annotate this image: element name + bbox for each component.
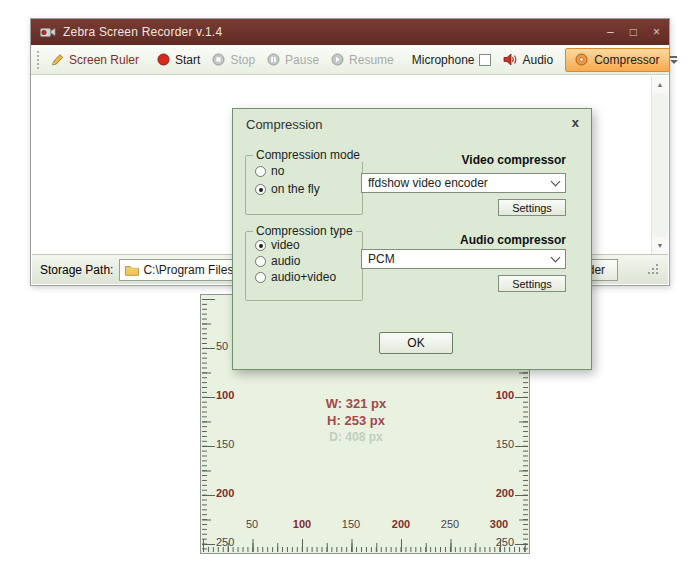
video-settings-button[interactable]: Settings: [498, 199, 566, 216]
audio-button[interactable]: Audio: [497, 48, 559, 72]
screen-ruler-button[interactable]: Screen Ruler: [44, 48, 145, 72]
pause-button[interactable]: Pause: [261, 48, 325, 72]
video-compressor-label: Video compressor: [366, 153, 566, 167]
stop-label: Stop: [230, 53, 255, 67]
radio-icon[interactable]: [255, 184, 266, 195]
audio-settings-button[interactable]: Settings: [498, 275, 566, 292]
chevron-down-icon: [670, 60, 678, 64]
radio-option-audio[interactable]: audio: [255, 255, 362, 268]
compression-mode-group: Compression mode no on the fly: [245, 155, 363, 215]
ruler-diagonal-readout: D: 408 px: [286, 429, 426, 446]
radio-label: on the fly: [271, 183, 320, 196]
ruler-ticks-left: [202, 297, 215, 551]
resume-icon: [331, 53, 344, 66]
pause-icon: [267, 53, 280, 66]
toolbar-overflow-button[interactable]: [670, 48, 678, 72]
compression-type-label: Compression type: [253, 224, 356, 238]
ruler-label: 250: [496, 537, 514, 548]
radio-icon[interactable]: [255, 240, 266, 251]
window-title: Zebra Screen Recorder v.1.4: [63, 25, 607, 39]
ruler-label: 150: [216, 439, 234, 450]
video-compressor-dropdown[interactable]: ffdshow video encoder: [361, 173, 566, 193]
start-button[interactable]: Start: [151, 48, 206, 72]
record-icon: [157, 53, 170, 66]
stop-button[interactable]: Stop: [206, 48, 261, 72]
ruler-label: 100: [293, 519, 311, 530]
pause-label: Pause: [285, 53, 319, 67]
ruler-label: 200: [496, 488, 514, 499]
audio-label: Audio: [522, 53, 553, 67]
dialog-close-button[interactable]: x: [572, 115, 579, 130]
ok-button[interactable]: OK: [379, 332, 453, 354]
compression-mode-label: Compression mode: [253, 148, 363, 162]
resize-grip[interactable]: [647, 263, 660, 276]
resume-button[interactable]: Resume: [325, 48, 400, 72]
ruler-label: 300: [490, 519, 508, 530]
ruler-label: 250: [441, 519, 459, 530]
ruler-label: 200: [216, 488, 234, 499]
ruler-width-readout: W: 321 px: [286, 395, 426, 412]
microphone-checkbox[interactable]: [479, 54, 491, 66]
toolbar: Screen Ruler Start Stop Pause: [31, 45, 669, 75]
disc-icon: [575, 53, 588, 66]
radio-icon[interactable]: [255, 272, 266, 283]
ruler-height-readout: H: 253 px: [286, 412, 426, 429]
storage-path-label: Storage Path:: [40, 263, 113, 277]
radio-option-audio-video[interactable]: audio+video: [255, 271, 362, 284]
ruler-label: 100: [216, 390, 234, 401]
radio-icon[interactable]: [255, 166, 266, 177]
radio-label: audio: [271, 255, 300, 268]
dialog-title: Compression: [246, 117, 323, 132]
resume-label: Resume: [349, 53, 394, 67]
ruler-label: 50: [216, 341, 228, 352]
microphone-label: Microphone: [412, 53, 475, 67]
title-bar[interactable]: Zebra Screen Recorder v.1.4 – □ ×: [31, 19, 669, 45]
radio-label: video: [271, 239, 300, 252]
screen-ruler-label: Screen Ruler: [69, 53, 139, 67]
scroll-down-icon: ▼: [657, 242, 664, 249]
compression-type-group: Compression type video audio audio+video: [245, 231, 363, 301]
compressor-label: Compressor: [594, 53, 659, 67]
ruler-label: 50: [246, 519, 258, 530]
ruler-label: 150: [342, 519, 360, 530]
radio-option-no[interactable]: no: [255, 165, 362, 178]
radio-label: no: [271, 165, 284, 178]
audio-compressor-value: PCM: [368, 252, 395, 266]
compressor-button[interactable]: Compressor: [565, 48, 669, 72]
radio-icon[interactable]: [255, 256, 266, 267]
scroll-up-icon: ▲: [657, 81, 664, 88]
maximize-button[interactable]: □: [630, 25, 637, 39]
folder-icon: [125, 264, 139, 276]
radio-label: audio+video: [271, 271, 336, 284]
chevron-down-icon: [551, 253, 561, 263]
app-icon: [40, 26, 56, 38]
overflow-bar-icon: [670, 56, 677, 58]
scroll-down-button[interactable]: ▼: [652, 237, 668, 254]
ruler-readouts: W: 321 px H: 253 px D: 408 px: [286, 395, 426, 446]
ruler-label: 150: [496, 439, 514, 450]
audio-compressor-label: Audio compressor: [366, 233, 566, 247]
scroll-up-button[interactable]: ▲: [652, 76, 668, 93]
ruler-ticks-bottom: [203, 539, 527, 552]
audio-compressor-dropdown[interactable]: PCM: [361, 249, 566, 269]
video-compressor-value: ffdshow video encoder: [368, 176, 488, 190]
radio-option-video[interactable]: video: [255, 239, 362, 252]
toolbar-grip: [37, 51, 39, 69]
chevron-down-icon: [551, 177, 561, 187]
compression-dialog: Compression x Compression mode no on the…: [232, 108, 592, 370]
start-label: Start: [175, 53, 200, 67]
radio-option-on-the-fly[interactable]: on the fly: [255, 183, 362, 196]
ruler-label: 100: [496, 390, 514, 401]
speaker-icon: [503, 53, 517, 66]
microphone-toggle[interactable]: Microphone: [406, 48, 498, 72]
ruler-label: 200: [392, 519, 410, 530]
vertical-scrollbar[interactable]: ▲ ▼: [651, 76, 668, 254]
stop-icon: [212, 53, 225, 66]
ruler-label: 250: [216, 537, 234, 548]
minimize-button[interactable]: –: [607, 25, 614, 39]
pencil-ruler-icon: [50, 53, 64, 67]
desktop: 50 100 150 200 250 50 100 150 200 250 50…: [0, 0, 698, 565]
close-button[interactable]: ×: [653, 25, 660, 39]
